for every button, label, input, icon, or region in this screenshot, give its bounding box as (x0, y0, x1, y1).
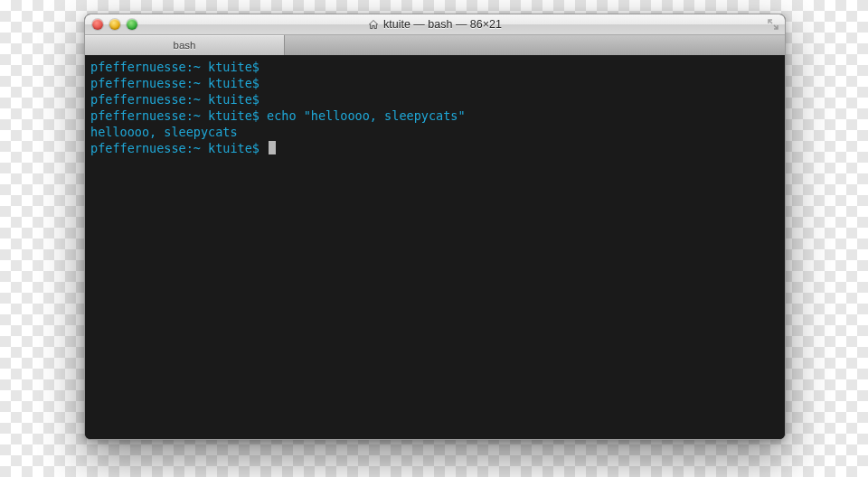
fullscreen-icon[interactable] (767, 18, 779, 31)
window-title: ktuite — bash — 86×21 (85, 18, 785, 31)
output-text: helloooo, sleepycats (90, 125, 238, 139)
stage: { "window": { "title": "ktuite — bash — … (0, 0, 868, 477)
terminal-line: pfeffernuesse:~ ktuite$ echo "helloooo, … (90, 108, 779, 124)
traffic-lights (85, 19, 137, 30)
tab-label: bash (174, 40, 196, 51)
prompt-text: pfeffernuesse:~ ktuite$ (90, 92, 267, 107)
home-icon (368, 19, 379, 30)
command-text: echo "helloooo, sleepycats" (267, 108, 465, 123)
prompt-text: pfeffernuesse:~ ktuite$ (90, 76, 267, 90)
terminal-line: pfeffernuesse:~ ktuite$ (90, 59, 779, 75)
prompt-text: pfeffernuesse:~ ktuite$ (90, 60, 267, 74)
titlebar[interactable]: ktuite — bash — 86×21 (85, 14, 785, 35)
terminal-body[interactable]: pfeffernuesse:~ ktuite$ pfeffernuesse:~ … (85, 55, 785, 439)
terminal-window: ktuite — bash — 86×21 bash pfeffernuesse… (84, 14, 786, 440)
prompt-text: pfeffernuesse:~ ktuite$ (90, 141, 267, 155)
tab-bash[interactable]: bash (85, 35, 285, 55)
close-icon[interactable] (92, 19, 103, 30)
window-title-text: ktuite — bash — 86×21 (383, 18, 502, 31)
terminal-line: pfeffernuesse:~ ktuite$ (90, 140, 779, 156)
cursor-block (269, 141, 276, 154)
prompt-text: pfeffernuesse:~ ktuite$ (90, 108, 267, 123)
terminal-line: helloooo, sleepycats (90, 124, 779, 140)
minimize-icon[interactable] (109, 19, 120, 30)
zoom-icon[interactable] (127, 19, 137, 30)
tab-bar: bash (85, 35, 785, 56)
terminal-line: pfeffernuesse:~ ktuite$ (90, 91, 779, 108)
terminal-line: pfeffernuesse:~ ktuite$ (90, 75, 779, 91)
